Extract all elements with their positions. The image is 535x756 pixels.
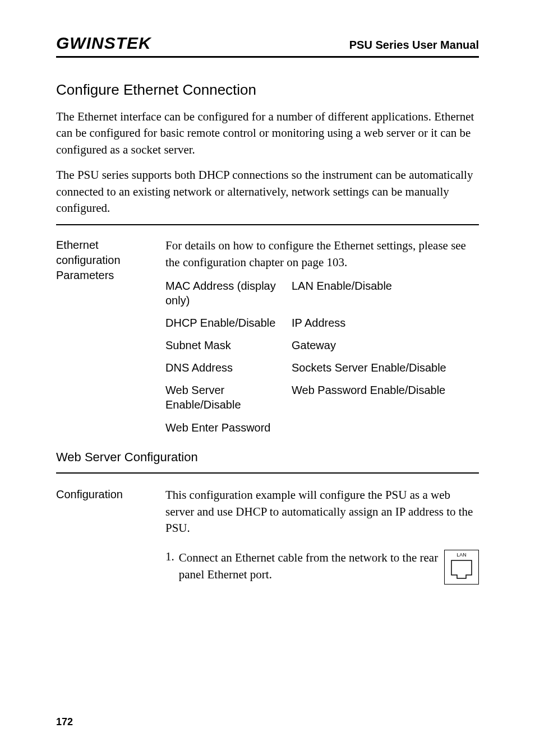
step-number: 1. — [165, 550, 174, 564]
brand-logo: GWINSTEK — [56, 34, 151, 53]
divider — [56, 472, 479, 474]
params-content: For details on how to configure the Ethe… — [165, 238, 479, 435]
param-row: Web Server Enable/Disable Web Password E… — [165, 383, 479, 412]
param-row: Subnet Mask Gateway — [165, 338, 479, 353]
section-heading: Configure Ethernet Connection — [56, 81, 479, 99]
configuration-block: Configuration This configuration example… — [56, 487, 479, 536]
param-cell: Web Enter Password — [165, 420, 479, 435]
configuration-text: This configuration example will configur… — [165, 487, 479, 536]
param-row: DHCP Enable/Disable IP Address — [165, 316, 479, 330]
ethernet-params-block: Ethernet configuration Parameters For de… — [56, 238, 479, 435]
page-number: 172 — [56, 716, 73, 728]
lan-port-icon: LAN — [444, 550, 479, 585]
configuration-label: Configuration — [56, 487, 165, 536]
step-row: 1. Connect an Ethernet cable from the ne… — [56, 550, 479, 585]
param-cell: Subnet Mask — [165, 338, 292, 353]
param-cell: LAN Enable/Disable — [292, 279, 479, 308]
params-intro: For details on how to configure the Ethe… — [165, 238, 479, 271]
param-row: MAC Address (display only) LAN Enable/Di… — [165, 279, 479, 308]
manual-title: PSU Series User Manual — [349, 39, 479, 52]
param-cell: Sockets Server Enable/Disable — [292, 360, 479, 375]
param-cell: IP Address — [292, 316, 479, 330]
params-label: Ethernet configuration Parameters — [56, 238, 165, 435]
param-cell: MAC Address (display only) — [165, 279, 292, 308]
intro-paragraph-2: The PSU series supports both DHCP connec… — [56, 167, 479, 216]
lan-label: LAN — [456, 552, 467, 558]
step-content: 1. Connect an Ethernet cable from the ne… — [165, 550, 479, 585]
page-header: GWINSTEK PSU Series User Manual — [56, 34, 479, 58]
ethernet-port-icon — [450, 559, 473, 579]
divider — [56, 224, 479, 225]
param-cell: DHCP Enable/Disable — [165, 316, 292, 330]
params-grid: MAC Address (display only) LAN Enable/Di… — [165, 279, 479, 435]
param-cell: Web Password Enable/Disable — [292, 383, 479, 412]
step-text: Connect an Ethernet cable from the netwo… — [179, 550, 439, 583]
param-cell: Web Server Enable/Disable — [165, 383, 292, 412]
param-cell: DNS Address — [165, 360, 292, 375]
param-cell: Gateway — [292, 338, 479, 353]
subsection-heading: Web Server Configuration — [56, 450, 479, 465]
intro-paragraph-1: The Ethernet interface can be configured… — [56, 109, 479, 158]
param-row: DNS Address Sockets Server Enable/Disabl… — [165, 360, 479, 375]
